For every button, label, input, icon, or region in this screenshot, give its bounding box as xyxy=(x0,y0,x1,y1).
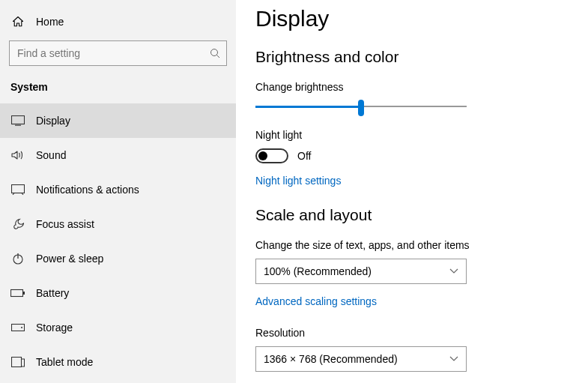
nav-item-label: Storage xyxy=(36,322,73,334)
resolution-value: 1366 × 768 (Recommended) xyxy=(264,353,398,365)
page-title: Display xyxy=(255,6,588,31)
nav-item-label: Display xyxy=(36,115,70,127)
svg-rect-11 xyxy=(12,358,22,367)
svg-point-0 xyxy=(210,49,217,55)
scale-size-label: Change the size of text, apps, and other… xyxy=(255,239,588,251)
svg-point-10 xyxy=(21,327,22,328)
main-content: Display Brightness and color Change brig… xyxy=(236,0,588,383)
nav-item-notifications[interactable]: Notifications & actions xyxy=(0,172,236,207)
resolution-dropdown[interactable]: 1366 × 768 (Recommended) xyxy=(255,346,467,372)
nav-item-sound[interactable]: Sound xyxy=(0,138,236,172)
svg-rect-8 xyxy=(23,292,25,295)
home-label: Home xyxy=(36,16,64,28)
svg-line-1 xyxy=(216,55,219,58)
resolution-label: Resolution xyxy=(255,327,588,339)
section-brightness-heading: Brightness and color xyxy=(255,48,588,66)
svg-rect-2 xyxy=(12,116,25,124)
slider-thumb[interactable] xyxy=(358,100,364,116)
settings-sidebar: Home System Display Sound Notifications … xyxy=(0,0,236,383)
night-light-label: Night light xyxy=(255,129,588,141)
category-heading: System xyxy=(0,75,236,103)
nav-item-focus-assist[interactable]: Focus assist xyxy=(0,207,236,241)
section-scale-heading: Scale and layout xyxy=(255,206,588,224)
display-icon xyxy=(10,115,25,126)
search-input-wrap[interactable] xyxy=(9,40,227,66)
nav-item-battery[interactable]: Battery xyxy=(0,276,236,310)
nav-item-label: Focus assist xyxy=(36,218,94,230)
power-icon xyxy=(10,253,25,265)
notifications-icon xyxy=(10,184,25,195)
nav-item-label: Tablet mode xyxy=(36,356,93,368)
night-light-settings-link[interactable]: Night light settings xyxy=(255,175,341,187)
tablet-mode-icon xyxy=(10,357,25,367)
advanced-scaling-link[interactable]: Advanced scaling settings xyxy=(255,295,377,307)
focus-assist-icon xyxy=(10,218,25,230)
scale-size-value: 100% (Recommended) xyxy=(264,265,372,277)
svg-rect-4 xyxy=(12,185,25,193)
nav-item-label: Battery xyxy=(36,287,69,299)
storage-icon xyxy=(10,324,25,331)
nav-item-power-sleep[interactable]: Power & sleep xyxy=(0,241,236,276)
sound-icon xyxy=(10,150,25,160)
nav-item-label: Power & sleep xyxy=(36,253,103,265)
svg-rect-7 xyxy=(11,290,23,297)
slider-fill xyxy=(255,106,361,108)
home-nav[interactable]: Home xyxy=(0,7,236,36)
night-light-state: Off xyxy=(297,150,311,162)
night-light-toggle[interactable] xyxy=(255,148,288,163)
nav-item-label: Sound xyxy=(36,149,66,161)
search-input[interactable] xyxy=(10,47,204,59)
search-icon xyxy=(204,48,226,59)
chevron-down-icon xyxy=(449,268,458,274)
toggle-knob xyxy=(258,151,267,160)
nav-item-display[interactable]: Display xyxy=(0,103,236,138)
nav-item-label: Notifications & actions xyxy=(36,184,139,196)
scale-size-dropdown[interactable]: 100% (Recommended) xyxy=(255,259,467,284)
nav-item-tablet-mode[interactable]: Tablet mode xyxy=(0,345,236,379)
brightness-slider[interactable] xyxy=(255,100,467,112)
home-icon xyxy=(10,16,25,28)
brightness-label: Change brightness xyxy=(255,81,588,93)
chevron-down-icon xyxy=(449,356,458,362)
battery-icon xyxy=(10,289,25,298)
nav-item-storage[interactable]: Storage xyxy=(0,310,236,345)
